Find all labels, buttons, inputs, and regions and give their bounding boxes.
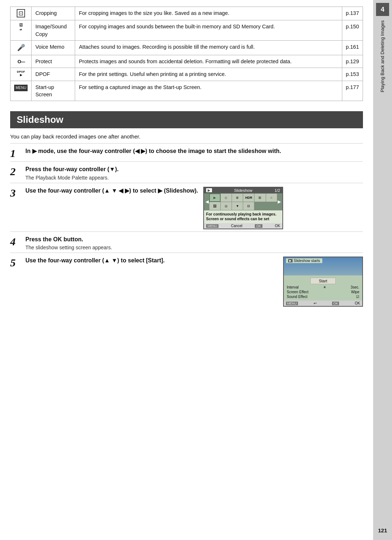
grid-icon-5: ⊞ xyxy=(254,194,265,202)
step-num-5: 5 xyxy=(10,257,20,269)
screen-ok-label-1: OK xyxy=(255,224,262,228)
main-table: ⊡ Cropping For cropping images to the si… xyxy=(10,7,363,101)
screen-effect-label: Screen Effect xyxy=(287,290,309,294)
step-3-image: ▶ Slideshow 1/2 ◀ ▶ xyxy=(203,187,283,229)
icon-cell: O— xyxy=(11,55,32,68)
row-name-startup: Start-up Screen xyxy=(32,81,75,101)
grid-icon-8: ◎ xyxy=(221,202,232,210)
table-row: 🖼⇄ Image/Sound Copy For copying images a… xyxy=(11,20,363,41)
row-name-protect: Protect xyxy=(32,55,75,68)
step-1: 1 In ▶ mode, use the four-way controller… xyxy=(10,143,363,161)
start-button: Start xyxy=(310,278,336,284)
step-3-inner: Use the four-way controller (▲ ▼ ◀ ▶) to… xyxy=(25,187,363,229)
dpof-icon: DPOF▶ xyxy=(14,70,28,77)
grid-icon-2: ◇ xyxy=(221,194,232,202)
row-desc-imgsound: For copying images and sounds between th… xyxy=(75,20,342,41)
sidebar-chapter-title: Playing Back and Deleting Images xyxy=(380,20,386,92)
grid-icon-7: 🖼 xyxy=(209,202,220,210)
grid-icon-9: ▼ xyxy=(232,202,243,210)
row-desc-protect: Protects images and sounds from accident… xyxy=(75,55,342,68)
step-content-2: Press the four-way controller (▼). The P… xyxy=(25,165,363,180)
start-ok-label: OK xyxy=(355,301,360,305)
step-3: 3 Use the four-way controller (▲ ▼ ◀ ▶) … xyxy=(10,183,363,231)
sidebar-chapter-number: 4 xyxy=(376,3,389,16)
row-desc-voicememo: Attaches sound to images. Recording is p… xyxy=(75,40,342,55)
slideshow-screen-mockup-1: ▶ Slideshow 1/2 ◀ ▶ xyxy=(203,187,283,229)
left-arrow-icon: ◀ xyxy=(205,199,209,204)
screen-menu-label: MENU xyxy=(206,224,219,228)
screen-play-icon: ▶ xyxy=(206,188,212,192)
table-section: ⊡ Cropping For cropping images to the si… xyxy=(0,0,373,105)
icon-cell: 🎤 xyxy=(11,40,32,55)
row-page-cropping: p.137 xyxy=(342,7,363,20)
grid-icon-3: ⊕ xyxy=(232,194,243,202)
grid-icon-hdr: HDR xyxy=(243,194,254,202)
sky-background: ▶ Slideshow starts xyxy=(284,257,362,275)
row-page-dpof: p.153 xyxy=(342,68,363,81)
right-sidebar: 4 Playing Back and Deleting Images 121 xyxy=(373,0,392,540)
sound-effect-value: ☑ xyxy=(356,295,359,299)
protect-icon: O— xyxy=(17,59,24,64)
step-content-5: Use the four-way controller (▲ ▼) to sel… xyxy=(25,257,363,307)
sound-effect-label: Sound Effect xyxy=(287,295,307,299)
main-content: ⊡ Cropping For cropping images to the si… xyxy=(0,0,373,540)
row-name-dpof: DPOF xyxy=(32,68,75,81)
table-row: O— Protect Protects images and sounds fr… xyxy=(11,55,363,68)
icon-cell: DPOF▶ xyxy=(11,68,32,81)
voice-memo-icon: 🎤 xyxy=(17,44,25,51)
table-row: MENU Start-up Screen For setting a captu… xyxy=(11,81,363,101)
step-title-2: Press the four-way controller (▼). xyxy=(25,165,363,173)
grid-icon-slideshow: ▶ xyxy=(209,194,220,202)
sound-effect-row: Sound Effect ☑ xyxy=(287,294,359,299)
play-icon-small: ▶ xyxy=(288,259,293,262)
step-num-4: 4 xyxy=(10,235,20,247)
step-5-image: ▶ Slideshow starts Start Interval ☀ 3sec… xyxy=(283,257,363,307)
screen-effect-value: Wipe xyxy=(351,290,359,294)
interval-row: Interval ☀ 3sec. xyxy=(287,285,359,290)
screen-effect-row: Screen Effect Wipe xyxy=(287,290,359,294)
slideshow-header: Slideshow xyxy=(10,111,363,128)
step-2: 2 Press the four-way controller (▼). The… xyxy=(10,161,363,182)
step-title-3: Use the four-way controller (▲ ▼ ◀ ▶) to… xyxy=(25,187,198,195)
table-row: ⊡ Cropping For cropping images to the si… xyxy=(11,7,363,20)
icon-cell: MENU xyxy=(11,81,32,101)
row-page-voicememo: p.161 xyxy=(342,40,363,55)
step-num-3: 3 xyxy=(10,187,20,199)
step-content-4: Press the OK button. The slideshow setti… xyxy=(25,235,363,250)
step-content-3: Use the four-way controller (▲ ▼ ◀ ▶) to… xyxy=(25,187,363,229)
step-title-1: In ▶ mode, use the four-way controller (… xyxy=(25,147,363,155)
row-page-imgsound: p.150 xyxy=(342,20,363,41)
row-page-startup: p.177 xyxy=(342,81,363,101)
step-subtitle-2: The Playback Mode Palette appears. xyxy=(25,175,363,181)
slideshow-starts-label: ▶ Slideshow starts xyxy=(286,258,322,263)
row-desc-dpof: For the print settings. Useful when prin… xyxy=(75,68,342,81)
screen-cancel-label: Cancel xyxy=(231,224,242,228)
start-ok-icon: OK xyxy=(332,302,339,305)
interval-value: 3sec. xyxy=(351,285,359,289)
sidebar-page-number: 121 xyxy=(378,527,387,533)
row-name-cropping: Cropping xyxy=(32,7,75,20)
step-content-1: In ▶ mode, use the four-way controller (… xyxy=(25,147,363,155)
step-title-5: Use the four-way controller (▲ ▼) to sel… xyxy=(25,257,278,265)
screen-title-bar: ▶ Slideshow 1/2 xyxy=(204,188,282,193)
image-sound-copy-icon: 🖼⇄ xyxy=(14,23,28,32)
crop-icon: ⊡ xyxy=(17,9,25,17)
icon-cell: 🖼⇄ xyxy=(11,20,32,41)
screen-description: For continuously playing back images. Sc… xyxy=(204,210,282,223)
start-screen-body: Start Interval ☀ 3sec. Screen Effect Wip… xyxy=(284,275,362,301)
slideshow-start-screen: ▶ Slideshow starts Start Interval ☀ 3sec… xyxy=(283,257,363,307)
slideshow-intro: You can play back recorded images one af… xyxy=(0,132,373,143)
startup-screen-icon: MENU xyxy=(14,85,28,91)
row-desc-startup: For setting a captured image as the Star… xyxy=(75,81,342,101)
grid-icon-10: ⊟ xyxy=(243,202,254,210)
start-menu-arrow: ↩ xyxy=(314,301,317,305)
table-row: 🎤 Voice Memo Attaches sound to images. R… xyxy=(11,40,363,55)
icon-cell: ⊡ xyxy=(11,7,32,20)
table-row: DPOF▶ DPOF For the print settings. Usefu… xyxy=(11,68,363,81)
step-num-1: 1 xyxy=(10,147,20,159)
step-num-2: 2 xyxy=(10,165,20,177)
row-name-voicememo: Voice Memo xyxy=(32,40,75,55)
start-menu-icon: MENU xyxy=(286,302,298,305)
step-subtitle-4: The slideshow setting screen appears. xyxy=(25,245,363,250)
step-5-inner: Use the four-way controller (▲ ▼) to sel… xyxy=(25,257,363,307)
